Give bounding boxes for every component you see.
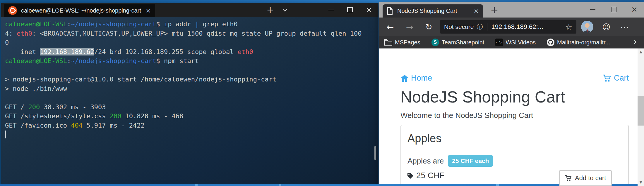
folder-icon	[384, 39, 392, 46]
terminal-line	[5, 66, 378, 75]
page-scrollbar[interactable]: ▲ ▼	[638, 48, 644, 186]
cart-label: Cart	[614, 74, 629, 83]
product-description: Apples are 25 CHF each	[407, 155, 493, 167]
minimize-button[interactable]	[586, 2, 599, 16]
info-icon[interactable]: ⓘ	[477, 23, 483, 31]
terminal-line: GET /stylesheets/style.css 200 10.828 ms…	[5, 112, 378, 121]
terminal-titlebar: caloewen@LOE-WSL: ~/nodejs-shopping-cart…	[1, 3, 378, 17]
product-card: Apples Apples are 25 CHF each 25 CHF	[400, 125, 629, 186]
cart-icon	[565, 175, 572, 181]
browser-window: NodeJS Shopping Cart × + × ← → ↻ Not sec…	[379, 2, 644, 186]
terminal-line: 0	[5, 38, 378, 47]
more-menu-icon[interactable]: ⋯	[620, 22, 630, 32]
product-name: Apples	[407, 132, 441, 145]
price-badge: 25 CHF each	[448, 155, 493, 167]
favorites-overflow-chevron[interactable]: ›	[633, 36, 637, 47]
favorites-bar: MSPages S TeamSharepoint c:\> WSLVideos …	[379, 36, 644, 48]
terminal-output[interactable]: caloewen@LOE-WSL:~/nodejs-shopping-cart$…	[1, 17, 378, 186]
close-button[interactable]: ×	[359, 3, 378, 17]
wallpaper-highlight	[279, 184, 281, 186]
terminal-window: caloewen@LOE-WSL: ~/nodejs-shopping-cart…	[1, 3, 378, 186]
browser-tab-title: NodeJS Shopping Cart	[397, 8, 471, 14]
home-label: Home	[411, 74, 432, 83]
terminal-line	[5, 93, 378, 102]
terminal-cursor	[5, 131, 6, 138]
github-icon	[547, 39, 554, 46]
wallpaper-strip	[0, 184, 644, 186]
scroll-up-icon[interactable]: ▲	[638, 48, 644, 55]
tag-icon	[407, 172, 414, 179]
maximize-icon	[347, 7, 353, 12]
terminal-line: caloewen@LOE-WSL:~/nodejs-shopping-cart$…	[5, 56, 378, 66]
ubuntu-icon	[8, 6, 17, 15]
wallpaper-highlight	[496, 184, 499, 186]
favorite-label: WSLVideos	[506, 39, 536, 46]
maximize-button[interactable]	[607, 2, 620, 16]
forward-button[interactable]: →	[403, 22, 416, 32]
minimize-icon	[590, 9, 595, 10]
maximize-button[interactable]	[340, 3, 359, 17]
terminal-tab-title: caloewen@LOE-WSL: ~/nodejs-shopping-cart	[21, 7, 143, 14]
terminal-line: > nodejs-shopping-cart@1.0.0 start /home…	[5, 75, 378, 84]
favorite-mailtrain[interactable]: Mailtrain-org/mailtr...	[547, 39, 610, 46]
command-prompt-icon: c:\>	[495, 39, 503, 46]
terminal-tab[interactable]: caloewen@LOE-WSL: ~/nodejs-shopping-cart…	[4, 4, 155, 17]
minimize-button[interactable]	[321, 3, 340, 17]
browser-tab[interactable]: NodeJS Shopping Cart ×	[383, 4, 483, 18]
desktop: caloewen@LOE-WSL: ~/nodejs-shopping-cart…	[0, 0, 644, 186]
product-description-text: Apples are	[407, 157, 444, 166]
browser-toolbar: ← → ↻ Not secure ⓘ 192.168.189.62:... ☆	[379, 18, 644, 36]
favorite-teamsharepoint[interactable]: S TeamSharepoint	[431, 39, 484, 46]
new-tab-button[interactable]: +	[263, 3, 277, 17]
terminal-line: > node ./bin/www	[5, 84, 378, 93]
favorite-wslvideos[interactable]: c:\> WSLVideos	[495, 39, 536, 46]
minimize-icon	[328, 10, 334, 10]
product-price-text: 25 CHF	[416, 171, 444, 180]
add-to-cart-button[interactable]: Add to cart	[559, 170, 612, 186]
feedback-smiley-icon[interactable]: ☺	[601, 22, 612, 32]
cart-icon	[603, 74, 612, 82]
close-button[interactable]: ×	[628, 2, 641, 16]
maximize-icon	[611, 7, 616, 12]
close-icon[interactable]: ×	[474, 7, 479, 15]
page-title: NodeJS Shopping Cart	[400, 88, 629, 106]
favorite-label: MSPages	[395, 39, 420, 46]
page-icon	[387, 7, 393, 15]
address-bar[interactable]: Not secure ⓘ 192.168.189.62:... ☆	[440, 20, 576, 34]
back-button[interactable]: ←	[384, 22, 397, 32]
scrollbar-thumb[interactable]	[638, 96, 644, 126]
page-nav-row: Home Cart	[400, 74, 629, 83]
terminal-line: GET /favicon.ico 404 5.917 ms - 2422	[5, 121, 378, 130]
url-text[interactable]: 192.168.189.62:...	[491, 23, 563, 31]
security-label: Not secure	[444, 23, 474, 30]
address-divider	[487, 23, 487, 31]
wallpaper-highlight	[195, 184, 198, 186]
sharepoint-icon: S	[431, 39, 439, 46]
home-icon	[400, 74, 409, 82]
close-icon[interactable]: ×	[146, 7, 151, 14]
cart-link[interactable]: Cart	[603, 74, 629, 83]
favorite-mspages[interactable]: MSPages	[384, 39, 420, 46]
refresh-button[interactable]: ↻	[422, 22, 435, 32]
home-link[interactable]: Home	[400, 74, 432, 83]
add-to-cart-label: Add to cart	[575, 174, 606, 182]
new-tab-button[interactable]: +	[488, 2, 501, 18]
favorite-label: Mailtrain-org/mailtr...	[557, 39, 610, 46]
terminal-line: caloewen@LOE-WSL:~/nodejs-shopping-cart$…	[5, 20, 378, 29]
welcome-text: Welcome to the NodeJS Shopping Cart	[400, 111, 629, 120]
profile-avatar[interactable]	[581, 21, 593, 33]
terminal-scrollbar[interactable]	[374, 146, 376, 160]
terminal-line: 4: eth0: <BROADCAST,MULTICAST,UP,LOWER_U…	[5, 29, 378, 38]
product-price: 25 CHF	[407, 171, 444, 180]
browser-tabbar: NodeJS Shopping Cart × + ×	[379, 2, 644, 18]
page-content: Home Cart NodeJS Shopping Cart Welcome t…	[379, 48, 644, 186]
favorite-label: TeamSharepoint	[442, 39, 484, 46]
scroll-down-icon[interactable]: ▼	[638, 179, 644, 185]
terminal-line: inet 192.168.189.62/24 brd 192.168.189.2…	[5, 47, 378, 57]
favorite-star-icon[interactable]: ☆	[565, 22, 572, 32]
chevron-down-icon[interactable]	[278, 3, 292, 17]
terminal-line: GET / 200 38.302 ms - 3903	[5, 102, 378, 112]
